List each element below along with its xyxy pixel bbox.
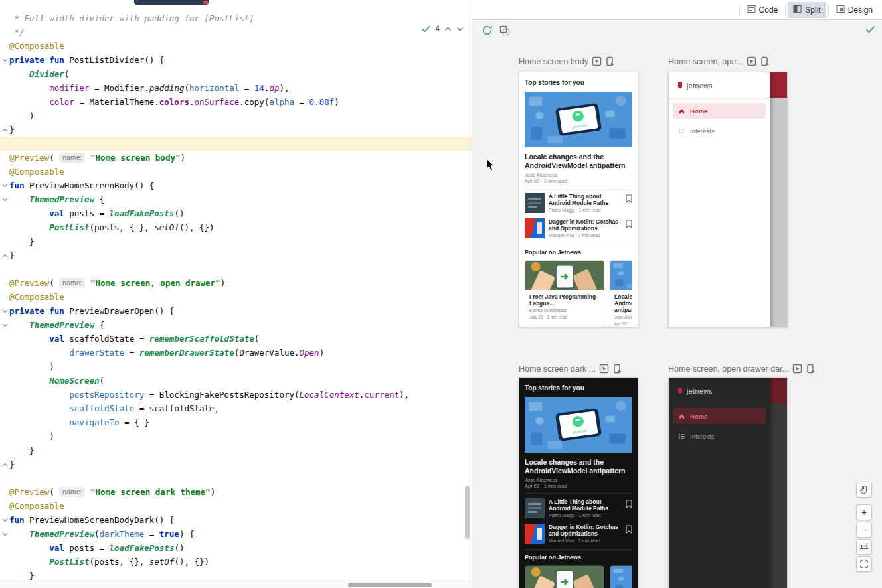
design-mode-button[interactable]: Design (831, 2, 878, 18)
code-token: ) (220, 278, 226, 288)
code-line[interactable] (0, 471, 472, 485)
fold-marker-icon[interactable] (1, 179, 9, 192)
run-preview-icon[interactable] (605, 56, 615, 66)
drawer-item-home[interactable]: Home (673, 408, 766, 424)
pan-tool-icon[interactable] (856, 482, 872, 498)
preview-card-open-drawer-dark[interactable]: jetnewsHomeInterests (668, 377, 788, 588)
code-line[interactable]: fun PreviewHomeScreenBody() { (0, 179, 472, 192)
code-line[interactable]: } (0, 443, 472, 457)
code-line[interactable]: ThemedPreview { (0, 192, 472, 206)
horizontal-scrollbar-thumb[interactable] (348, 583, 432, 587)
split-mode-button[interactable]: Split (788, 2, 826, 18)
popular-post-card[interactable]: androidLocale changes and the AndroidVie… (610, 565, 632, 588)
editor-tab-fragment[interactable] (134, 0, 209, 5)
fold-marker-icon[interactable] (1, 304, 9, 318)
run-preview-icon[interactable] (760, 56, 770, 66)
prev-issue-icon[interactable] (444, 27, 452, 31)
fold-marker-icon[interactable] (1, 318, 9, 332)
bookmark-icon[interactable] (626, 194, 632, 206)
code-line[interactable]: PostList(posts, {}, setOf(), {}) (0, 555, 472, 569)
preview-display-options-icon[interactable] (499, 25, 511, 37)
code-line[interactable]: PostList(posts, { }, setOf(), {}) (0, 220, 472, 234)
code-line[interactable]: modifier = Modifier.padding(horizontal =… (0, 81, 472, 95)
code-line[interactable]: color = MaterialTheme.colors.onSurface.c… (0, 95, 472, 109)
code-line[interactable]: ) (0, 360, 472, 374)
build-refresh-icon[interactable] (480, 23, 493, 37)
code-line[interactable]: @Composable (0, 39, 472, 53)
zoom-to-fit-icon[interactable] (856, 556, 872, 572)
preview-card-open-drawer[interactable]: jetnewsHomeInterests (668, 72, 788, 327)
next-issue-icon[interactable] (456, 27, 464, 31)
code-line[interactable]: fun PreviewHomeScreenBodyDark() { (0, 513, 472, 527)
code-line[interactable]: @Preview( name: "Home screen, open drawe… (0, 276, 472, 290)
code-line[interactable]: private fun PostListDivider() { (0, 53, 472, 67)
horizontal-scrollbar[interactable] (0, 581, 472, 588)
post-list-item[interactable]: Dagger in Kotlin: Gotchas and Optimizati… (525, 524, 632, 544)
fold-marker-icon[interactable] (1, 192, 9, 206)
fold-marker-icon[interactable] (1, 53, 9, 67)
code-token: scaffoldState (69, 404, 134, 413)
post-list-item[interactable]: A Little Thing about Android Module Path… (525, 193, 632, 213)
editor-code-area[interactable]: * Full-width divider with padding for [P… (0, 11, 472, 583)
code-line[interactable]: HomeScreen( (0, 374, 472, 388)
code-line[interactable]: navigateTo = { } (0, 415, 472, 429)
code-mode-button[interactable]: Code (742, 2, 784, 18)
preview-card-home-dark-theme[interactable]: Top stories for youandroidLocale changes… (519, 377, 638, 588)
fold-marker-icon[interactable] (1, 248, 9, 262)
popular-post-body: From Java Programming Langua...Florina M… (525, 290, 604, 324)
code-line[interactable]: val posts = loadFakePosts() (0, 206, 472, 220)
interactive-mode-icon[interactable] (592, 56, 602, 66)
code-line[interactable]: } (0, 457, 472, 471)
drawer-item-interests[interactable]: Interests (673, 428, 766, 444)
run-preview-icon[interactable] (806, 364, 816, 374)
code-token: padding (149, 83, 185, 93)
code-line[interactable]: @Composable (0, 290, 472, 304)
fold-marker-icon[interactable] (1, 123, 9, 137)
popular-post-card[interactable]: From Java Programming Langua...Florina M… (525, 565, 604, 588)
code-line[interactable]: scaffoldState = scaffoldState, (0, 402, 472, 415)
zoom-actual-size-button[interactable]: 1:1 (856, 539, 872, 555)
code-token (9, 222, 49, 232)
code-line[interactable]: drawerState = rememberDrawerState(Drawer… (0, 346, 472, 360)
code-line[interactable]: ThemedPreview { (0, 318, 472, 332)
vertical-scrollbar-thumb[interactable] (465, 486, 470, 539)
code-line[interactable]: * Full-width divider with padding for [P… (0, 11, 472, 25)
code-line[interactable]: @Preview( name: "Home screen body") (0, 151, 472, 165)
code-line[interactable]: } (0, 123, 472, 137)
code-line[interactable]: ) (0, 429, 472, 443)
code-line[interactable]: } (0, 248, 472, 262)
code-line[interactable]: val posts = loadFakePosts() (0, 541, 472, 555)
popular-post-card[interactable]: From Java Programming Langua...Florina M… (525, 260, 604, 327)
preview-card-home-screen-body[interactable]: Top stories for youandroidLocale changes… (519, 72, 638, 327)
code-line[interactable]: */ (0, 25, 472, 39)
code-line[interactable]: ) (0, 109, 472, 123)
run-preview-icon[interactable] (612, 364, 622, 374)
code-line[interactable] (0, 137, 472, 151)
fold-marker-icon[interactable] (1, 527, 9, 541)
code-line[interactable]: Divider( (0, 67, 472, 81)
code-line[interactable]: val scaffoldState = rememberScaffoldStat… (0, 332, 472, 346)
code-line[interactable]: ThemedPreview(darkTheme = true) { (0, 527, 472, 541)
bookmark-icon[interactable] (626, 219, 632, 231)
drawer-item-interests[interactable]: Interests (673, 123, 766, 139)
interactive-mode-icon[interactable] (747, 56, 756, 66)
code-line[interactable]: @Composable (0, 165, 472, 179)
code-line[interactable] (0, 262, 472, 276)
interactive-mode-icon[interactable] (792, 364, 802, 374)
post-list-item[interactable]: Dagger in Kotlin: Gotchas and Optimizati… (525, 218, 632, 238)
code-line[interactable]: postsRepository = BlockingFakePostsRepos… (0, 388, 472, 402)
interactive-mode-icon[interactable] (599, 364, 609, 374)
fold-marker-icon[interactable] (1, 513, 9, 527)
bookmark-icon[interactable] (626, 524, 632, 536)
zoom-in-button[interactable]: + (856, 504, 872, 520)
post-list-item[interactable]: A Little Thing about Android Module Path… (525, 498, 632, 518)
fold-marker-icon[interactable] (1, 457, 9, 471)
popular-post-card[interactable]: androidLocale changes and the AndroidVie… (610, 260, 632, 327)
drawer-item-home[interactable]: Home (673, 103, 766, 119)
code-line[interactable]: @Preview( name: "Home screen dark theme"… (0, 485, 472, 499)
code-line[interactable]: private fun PreviewDrawerOpen() { (0, 304, 472, 318)
code-line[interactable]: } (0, 234, 472, 248)
zoom-out-button[interactable]: − (856, 522, 872, 538)
code-line[interactable]: @Composable (0, 499, 472, 513)
bookmark-icon[interactable] (626, 499, 632, 511)
